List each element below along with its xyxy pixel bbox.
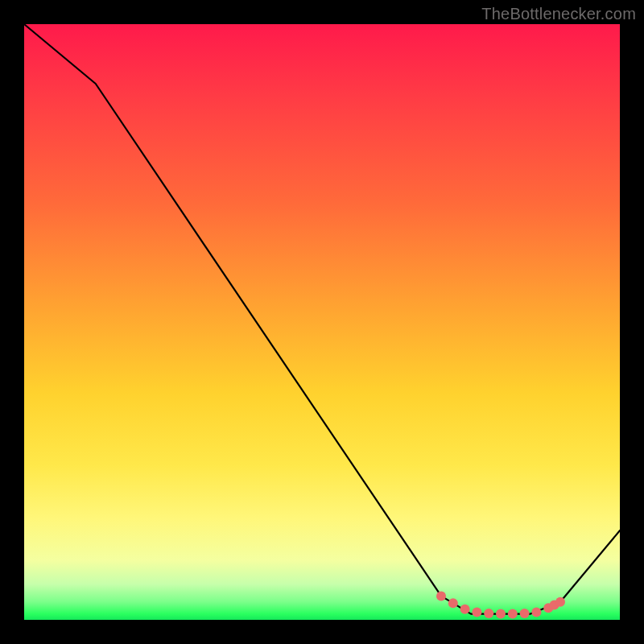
highlight-dot bbox=[520, 609, 530, 618]
highlight-dot bbox=[460, 605, 470, 614]
highlight-dot bbox=[555, 597, 565, 607]
chart-frame: TheBottlenecker.com bbox=[0, 0, 644, 644]
highlight-dot bbox=[472, 607, 481, 617]
bottleneck-curve bbox=[24, 24, 620, 614]
watermark-text: TheBottlenecker.com bbox=[481, 5, 636, 23]
highlight-dot bbox=[531, 607, 541, 617]
highlight-dots-group bbox=[436, 591, 565, 618]
highlight-dot bbox=[436, 591, 446, 601]
plot-area bbox=[24, 24, 620, 620]
curve-svg bbox=[24, 24, 620, 620]
highlight-dot bbox=[496, 609, 506, 619]
highlight-dot bbox=[448, 598, 458, 608]
highlight-dot bbox=[484, 609, 493, 618]
highlight-dot bbox=[508, 609, 518, 619]
